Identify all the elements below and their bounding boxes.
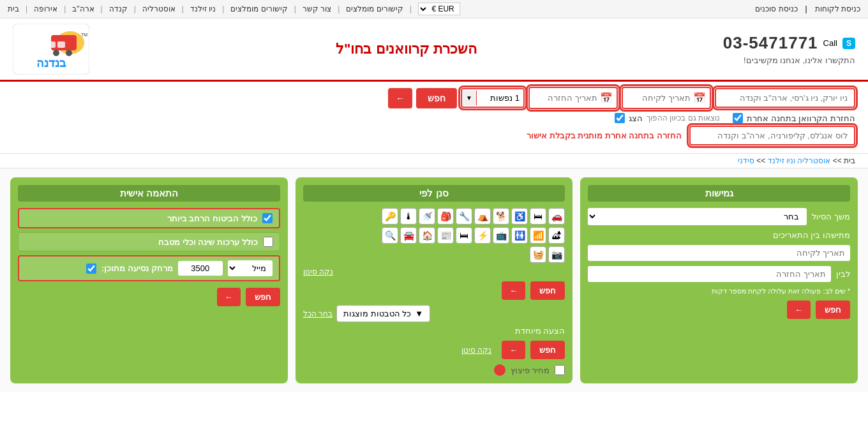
amenity-backpack[interactable]: 🎒: [437, 208, 454, 225]
departure-date-input[interactable]: [627, 93, 691, 103]
nav-currency[interactable]: קישורים מומלצים: [346, 4, 403, 13]
amenity-weather[interactable]: 🌡: [400, 208, 417, 225]
filter-back-btn[interactable]: ←: [502, 281, 525, 300]
back-button[interactable]: ←: [388, 88, 412, 108]
flex-pickup-date-input[interactable]: [588, 245, 850, 261]
travel-distance-checkbox[interactable]: [86, 263, 96, 274]
header-logo: בנדנה TM: [13, 24, 89, 75]
amenity-wc[interactable]: 🚻: [511, 227, 528, 244]
distance-value-input[interactable]: [178, 261, 223, 276]
amenity-camp[interactable]: ⛺: [474, 208, 491, 225]
nav-home[interactable]: בית: [8, 4, 19, 13]
special-offer-checkbox[interactable]: [555, 365, 565, 375]
amenity-tool[interactable]: 🔧: [456, 208, 472, 225]
trip-type-row: משך הסיול בחר: [588, 208, 850, 225]
departure-date-field[interactable]: 📅: [622, 87, 711, 109]
amenity-shower[interactable]: 🚿: [419, 208, 435, 225]
return-date-input[interactable]: [534, 93, 597, 103]
amenity-pet[interactable]: 🐕: [493, 208, 509, 225]
flexibility-btn-row: חפש ←: [588, 301, 850, 319]
main-panels: גמישות משך הסיול בחר מתישהו בין התאריכים…: [0, 168, 868, 392]
amenity-accessible[interactable]: ♿: [511, 208, 528, 225]
broad-insurance-checkbox[interactable]: [262, 213, 273, 223]
breadcrumb-row: בית >> אוסטרליה וניו זילנד >> סידני: [0, 154, 868, 168]
trip-type-select[interactable]: בחר: [588, 208, 807, 225]
all-offers-label: כל הטבטות מוצגות: [343, 309, 411, 318]
breadcrumb-home: בית >>: [833, 156, 855, 165]
personal-btn-row: חפש ←: [18, 288, 280, 306]
filter-search-btn-2[interactable]: חפש: [530, 341, 565, 359]
destination-input[interactable]: [715, 88, 855, 108]
search-button[interactable]: חפש: [416, 88, 457, 108]
amenity-electric[interactable]: ⚡: [474, 227, 491, 244]
svg-rect-5: [48, 41, 56, 48]
amenity-news[interactable]: 📰: [437, 227, 454, 244]
clear-filter-link-1[interactable]: נקה סינון: [303, 267, 333, 276]
nav-contact[interactable]: צור קשר: [303, 4, 331, 13]
amenity-key[interactable]: 🔑: [382, 208, 398, 225]
amenity-laundry[interactable]: 🧺: [530, 246, 546, 263]
amenity-beds[interactable]: 🛏: [530, 208, 546, 225]
breadcrumb-sydney[interactable]: סידני: [738, 156, 754, 165]
distance-unit-select[interactable]: מייל ק"מ: [228, 260, 273, 276]
header-center: השכרת קרוואנים בחו"ל: [336, 41, 477, 57]
beds-kitchen-label: כולל ערכות שינה וכלי מטבח: [158, 237, 257, 247]
breadcrumb-sep: >>: [754, 156, 765, 165]
nav-recommended[interactable]: קישורים מומלצים: [230, 4, 287, 13]
skype-row: S Call 03-5471771: [723, 33, 855, 53]
flex-return-date-input[interactable]: [588, 266, 831, 282]
amenity-search[interactable]: 🔍: [382, 227, 398, 244]
passengers-dropdown-arrow[interactable]: ▼: [462, 91, 477, 105]
return-station-input[interactable]: [689, 126, 855, 145]
agent-login-link[interactable]: כניסת סוכנים: [755, 4, 797, 13]
nav-australia[interactable]: אוסטרליה: [142, 4, 176, 13]
nav-usa[interactable]: ארה"ב: [72, 4, 94, 13]
site-header: S Call 03-5471771 התקשרו אלינו, אנחנו מק…: [0, 19, 868, 82]
holiday-checkbox[interactable]: [615, 113, 625, 123]
top-nav-right: כניסת לקוחות | כניסת סוכנים: [755, 4, 860, 13]
amenity-vehicle[interactable]: 🚗: [548, 208, 565, 225]
return-date-field[interactable]: 📅: [528, 87, 618, 109]
select-all-link[interactable]: בחר הכל: [303, 309, 333, 318]
skype-icon[interactable]: S: [842, 38, 855, 49]
return-caravan-checkbox[interactable]: [733, 113, 743, 123]
passengers-input[interactable]: [477, 89, 523, 107]
amenity-bed2[interactable]: 🛏: [456, 227, 472, 244]
personal-back-btn[interactable]: ←: [217, 288, 241, 306]
clear-filter-link-2[interactable]: נקה סינון: [461, 346, 491, 355]
flex-back-btn[interactable]: ←: [787, 301, 811, 319]
amenity-wifi[interactable]: 📶: [530, 227, 546, 244]
filter-search-btn[interactable]: חפש: [530, 281, 565, 300]
personal-match-panel: התאמה אישית כולל הביטוח הרחב ביותר כולל …: [10, 177, 288, 383]
dates-between-label: מתישהו בין התאריכים: [773, 230, 850, 240]
customer-login-link[interactable]: כניסת לקוחות: [815, 4, 860, 13]
flexibility-panel: גמישות משך הסיול בחר מתישהו בין התאריכים…: [580, 177, 858, 383]
flex-search-btn[interactable]: חפש: [816, 301, 850, 319]
filter-back-btn-2[interactable]: ←: [502, 341, 525, 359]
filter-panel-title: סנן לפי: [303, 185, 565, 202]
amenity-field[interactable]: 🏕: [548, 227, 565, 244]
special-offer-row: מחיר פיצוץ: [303, 364, 565, 376]
amenity-car2[interactable]: 🚘: [400, 227, 417, 244]
beds-kitchen-group: כולל ערכות שינה וכלי מטבח: [18, 232, 280, 251]
calendar-icon-departure[interactable]: 📅: [693, 92, 706, 104]
amenity-house[interactable]: 🏠: [419, 227, 435, 244]
chevron-down-icon: ▼: [415, 309, 423, 318]
passengers-field[interactable]: ▼: [461, 88, 525, 108]
all-offers-dropdown[interactable]: ▼ כל הטבטות מוצגות: [336, 305, 430, 322]
currency-selector[interactable]: EUR € USD $ ILS ₪: [418, 3, 460, 15]
breadcrumb-australia-nz[interactable]: אוסטרליה וניו זילנד: [768, 156, 831, 165]
return-date-label: לבין: [836, 269, 850, 279]
calendar-icon-return[interactable]: 📅: [600, 92, 613, 104]
separator: |: [805, 4, 807, 13]
nav-europe[interactable]: אירופה: [34, 4, 57, 13]
amenity-tv[interactable]: 📺: [493, 227, 509, 244]
amenity-camera[interactable]: 📷: [548, 246, 565, 263]
nav-nz[interactable]: ניו זילנד: [190, 4, 216, 13]
skype-call-label: Call: [823, 38, 837, 48]
personal-search-btn[interactable]: חפש: [246, 288, 280, 306]
logo-svg: בנדנה TM: [13, 24, 89, 75]
beds-kitchen-checkbox[interactable]: [263, 237, 273, 247]
flexibility-panel-title: גמישות: [588, 185, 850, 202]
nav-canada[interactable]: קנדה: [109, 4, 128, 13]
